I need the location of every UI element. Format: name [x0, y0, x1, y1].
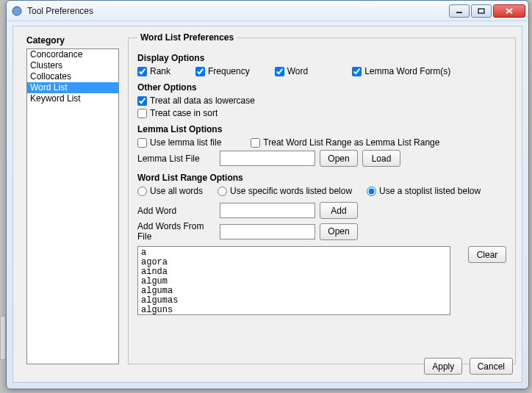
close-button[interactable] [493, 4, 525, 18]
category-item-keyword-list[interactable]: Keyword List [27, 93, 118, 104]
use-specific-words-radio[interactable]: Use specific words listed below [218, 186, 352, 196]
lemma-list-options-heading: Lemma List Options [137, 124, 506, 134]
lemma-load-button[interactable]: Load [362, 150, 400, 167]
word-checkbox[interactable]: Word [275, 66, 308, 76]
treat-range-as-lemma-checkbox[interactable]: Treat Word List Range as Lemma List Rang… [251, 137, 439, 148]
category-heading: Category [26, 35, 65, 46]
rank-checkbox[interactable]: Rank [137, 66, 170, 76]
maximize-button[interactable] [471, 4, 492, 18]
word-list-range-options-heading: Word List Range Options [137, 173, 506, 183]
category-item-clusters[interactable]: Clusters [27, 60, 118, 71]
app-icon [11, 5, 23, 17]
category-list[interactable]: Concordance Clusters Collocates Word Lis… [26, 48, 119, 364]
stoplist-textarea[interactable] [137, 246, 450, 315]
use-stoplist-radio[interactable]: Use a stoplist listed below [367, 186, 481, 196]
lemma-open-button[interactable]: Open [320, 150, 358, 167]
window-title: Tool Preferences [27, 6, 447, 16]
lemma-list-file-input[interactable] [220, 151, 315, 166]
frequency-checkbox[interactable]: Frequency [195, 66, 250, 76]
use-lemma-file-checkbox[interactable]: Use lemma list file [137, 137, 221, 148]
add-word-button[interactable]: Add [320, 202, 358, 219]
add-words-from-file-label: Add Words From File [137, 221, 220, 242]
tool-preferences-window: Tool Preferences Category Concordance Cl… [6, 0, 529, 389]
svg-rect-2 [478, 9, 484, 13]
category-item-collocates[interactable]: Collocates [27, 71, 118, 82]
panel-legend: Word List Preferences [137, 32, 237, 43]
add-words-file-input[interactable] [220, 224, 315, 239]
other-options-heading: Other Options [137, 82, 506, 93]
add-word-input[interactable] [220, 203, 315, 218]
add-words-open-button[interactable]: Open [320, 223, 358, 240]
apply-button[interactable]: Apply [424, 358, 462, 375]
category-item-word-list[interactable]: Word List [27, 82, 118, 93]
svg-point-0 [12, 7, 21, 15]
lemma-list-file-label: Lemma List File [137, 154, 220, 164]
add-word-label: Add Word [137, 206, 220, 216]
lowercase-checkbox[interactable]: Treat all data as lowercase [137, 95, 255, 106]
titlebar: Tool Preferences [7, 1, 528, 21]
display-options-heading: Display Options [137, 53, 506, 63]
word-list-preferences-panel: Word List Preferences Display Options Ra… [128, 32, 516, 364]
category-item-concordance[interactable]: Concordance [27, 49, 118, 60]
client-area: Category Concordance Clusters Collocates… [12, 26, 522, 383]
lemma-word-forms-checkbox[interactable]: Lemma Word Form(s) [352, 66, 450, 76]
clear-button[interactable]: Clear [468, 246, 506, 263]
minimize-button[interactable] [449, 4, 470, 18]
cancel-button[interactable]: Cancel [470, 358, 513, 375]
use-all-words-radio[interactable]: Use all words [137, 186, 203, 196]
case-sort-checkbox[interactable]: Treat case in sort [137, 108, 218, 118]
